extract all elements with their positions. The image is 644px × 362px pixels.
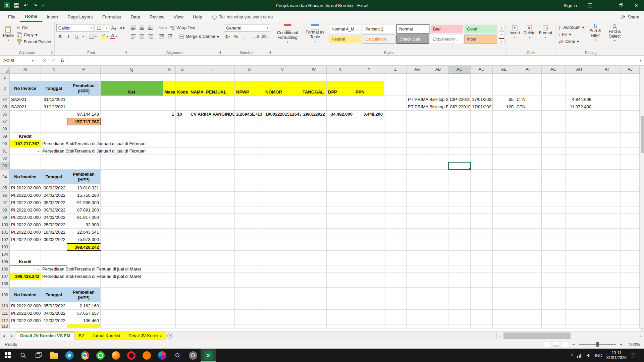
cell-R111[interactable]	[163, 310, 176, 317]
cell-M113[interactable]	[10, 324, 41, 328]
cell-N84[interactable]: 31/12/2021	[41, 96, 67, 103]
cell-AD112[interactable]	[471, 317, 493, 324]
cell-P111[interactable]: 57.657.657	[67, 310, 101, 317]
cell-Q93[interactable]	[101, 162, 163, 170]
cell-T104[interactable]	[189, 251, 235, 258]
cell-AF97[interactable]	[515, 199, 542, 206]
cell-X91[interactable]	[327, 147, 354, 155]
cell-X108[interactable]	[327, 280, 354, 288]
cell-AI108[interactable]	[593, 280, 621, 288]
column-header-U[interactable]: U	[235, 66, 264, 73]
cell-AE87[interactable]	[493, 118, 515, 125]
cell-AJ97[interactable]	[621, 199, 640, 206]
cell-R109[interactable]	[163, 288, 176, 302]
cell-Y85[interactable]	[354, 103, 384, 111]
cell-M88[interactable]	[10, 125, 41, 133]
cell-AB113[interactable]	[428, 324, 448, 328]
alignment-dialog-launcher-icon[interactable]	[217, 51, 221, 54]
cell-P2[interactable]: Pembelian (HPP)	[67, 81, 101, 96]
cell-AA93[interactable]	[407, 162, 428, 170]
cell-N105[interactable]	[41, 258, 67, 265]
cell-W96[interactable]	[301, 192, 327, 199]
cell-style-neutral[interactable]: Neutral	[329, 35, 362, 44]
cell-AE1[interactable]	[493, 74, 515, 81]
cell-Z92[interactable]	[384, 155, 407, 162]
cell-V93[interactable]	[264, 162, 301, 170]
notification-center-icon[interactable]	[631, 353, 636, 358]
cell-AD108[interactable]	[471, 280, 493, 288]
row-header-85[interactable]: 85	[0, 103, 10, 111]
cell-M86[interactable]	[10, 111, 41, 118]
cell-AG104[interactable]	[542, 251, 566, 258]
cell-AH113[interactable]	[566, 324, 593, 328]
cell-AC85[interactable]: CIP-22010	[448, 103, 471, 111]
cell-X112[interactable]	[327, 317, 354, 324]
cell-Q94[interactable]	[101, 170, 163, 184]
vertical-scroll-thumb[interactable]	[641, 116, 644, 153]
cell-AF110[interactable]	[515, 302, 542, 310]
cell-AC87[interactable]	[448, 118, 471, 125]
cell-M84[interactable]: SA2021	[10, 96, 41, 103]
underline-caret-icon[interactable]: ▾	[82, 33, 85, 40]
cell-AI1[interactable]	[593, 74, 621, 81]
cell-N91[interactable]: Persediaan StokTersedia di Januari di ju…	[41, 147, 67, 155]
cell-Q87[interactable]	[101, 118, 163, 125]
cell-AH107[interactable]	[566, 273, 593, 280]
cell-AB111[interactable]	[428, 310, 448, 317]
cell-AD99[interactable]	[471, 214, 493, 221]
cell-AJ104[interactable]	[621, 251, 640, 258]
zoom-in-icon[interactable]: +	[619, 342, 624, 347]
cell-P110[interactable]: 2.162.160	[67, 302, 101, 310]
tab-page-layout[interactable]: Page Layout	[63, 12, 98, 22]
decrease-font-size-button[interactable]: A▾	[118, 24, 126, 32]
cell-S95[interactable]	[176, 184, 189, 192]
vertical-scrollbar[interactable]: ▴ ▾	[640, 66, 644, 331]
cell-M112[interactable]: PI.2022.02.00010	[10, 317, 41, 324]
cell-AA95[interactable]	[407, 184, 428, 192]
increase-decimal-button[interactable]: ←.0	[252, 33, 260, 40]
cell-W97[interactable]	[301, 199, 327, 206]
orientation-button[interactable]: ab⟋ ▾	[158, 24, 168, 32]
cell-T95[interactable]	[189, 184, 235, 192]
cell-AH87[interactable]	[566, 118, 593, 125]
taskbar-start-button[interactable]	[0, 349, 15, 362]
underline-button[interactable]: U	[73, 33, 81, 40]
cell-AA1[interactable]	[407, 74, 428, 81]
cell-P93[interactable]	[67, 162, 101, 170]
cell-M108[interactable]	[10, 280, 41, 288]
cell-AJ86[interactable]	[621, 111, 640, 118]
column-header-AD[interactable]: AD	[471, 66, 493, 73]
cell-AE103[interactable]	[493, 243, 515, 251]
cell-AD113[interactable]	[471, 324, 493, 328]
cell-R108[interactable]	[163, 280, 176, 288]
cell-U113[interactable]	[235, 324, 264, 328]
cell-Q112[interactable]	[101, 317, 163, 324]
cell-R88[interactable]	[163, 125, 176, 133]
cell-Y2[interactable]: PPN	[354, 81, 384, 96]
cell-AD90[interactable]	[471, 140, 493, 147]
row-header-95[interactable]: 95	[0, 184, 10, 192]
cell-AC91[interactable]	[448, 147, 471, 155]
tab-review[interactable]: Review	[145, 12, 169, 22]
cell-AG91[interactable]	[542, 147, 566, 155]
cell-N98[interactable]: 09/02/2022	[41, 206, 67, 214]
cell-V107[interactable]	[264, 273, 301, 280]
cell-Y101[interactable]	[354, 229, 384, 236]
cell-U96[interactable]	[235, 192, 264, 199]
cell-AB90[interactable]	[428, 140, 448, 147]
cell-V87[interactable]	[264, 118, 301, 125]
cell-AE99[interactable]	[493, 214, 515, 221]
cell-AH99[interactable]	[566, 214, 593, 221]
format-cells-button[interactable]: Format ▾	[538, 24, 554, 41]
cell-AD105[interactable]	[471, 258, 493, 265]
cell-T90[interactable]	[189, 140, 235, 147]
cell-AB107[interactable]	[428, 273, 448, 280]
cell-V102[interactable]	[264, 236, 301, 243]
cell-AF86[interactable]	[515, 111, 542, 118]
cell-W101[interactable]	[301, 229, 327, 236]
cell-AI86[interactable]	[593, 111, 621, 118]
select-all-corner[interactable]	[0, 66, 10, 73]
cell-M87[interactable]	[10, 118, 41, 125]
cell-AI84[interactable]	[593, 96, 621, 103]
cell-AE95[interactable]	[493, 184, 515, 192]
